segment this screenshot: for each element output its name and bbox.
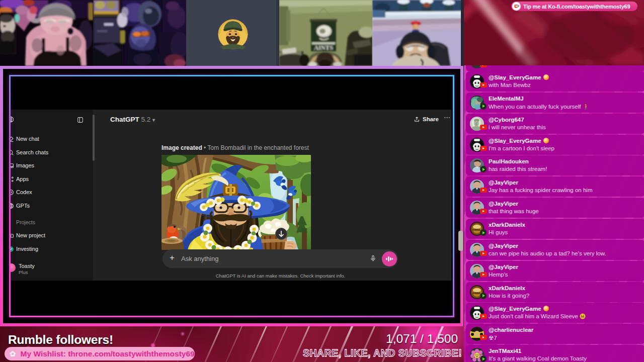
svg-text:AINTS: AINTS — [314, 44, 333, 51]
